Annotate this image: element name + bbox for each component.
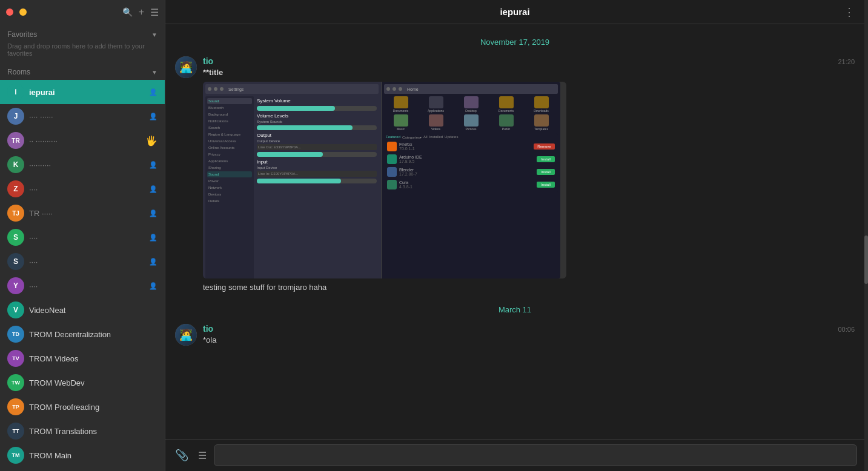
room-name: TROM Videos [29, 354, 157, 363]
sidebar-top-bar: 🔍 + ☰ [0, 0, 165, 24]
rooms-section: Rooms ▼ i iepurai 👤 J ···· ······ 👤 TR [0, 63, 165, 470]
room-name: ···· [29, 185, 144, 194]
room-name: TR ····· [29, 209, 144, 218]
rooms-label: Rooms [7, 68, 30, 76]
room-name: VideoNeat [29, 306, 157, 315]
message-row: 🧑‍💻 tio 00:06 *ola [175, 321, 855, 348]
room-name: TROM Decentralization [29, 330, 157, 339]
chat-messages: November 17, 2019 🧑‍💻 tio 21:20 **title [165, 24, 864, 439]
message-screenshot: Settings Sound Bluetooth Background Noti… [203, 82, 566, 278]
avatar: TV [7, 350, 24, 367]
scrollbar-track[interactable] [864, 0, 868, 471]
room-name: TROM WebDev [29, 378, 157, 387]
traffic-light-red[interactable] [6, 8, 13, 16]
sidebar-item-y[interactable]: Y ···· 👤 [0, 274, 165, 298]
attach-button[interactable]: 📎 [173, 446, 191, 464]
chat-input[interactable] [214, 444, 857, 466]
message-sender: tio [203, 324, 213, 334]
message-sender: tio [203, 56, 213, 66]
favorites-drag-hint: Drag and drop rooms here to add them to … [7, 40, 157, 61]
room-name: iepurai [29, 88, 144, 97]
room-name: ···· [29, 282, 144, 291]
room-name: TROM Main [29, 451, 157, 460]
avatar: TJ [7, 205, 24, 222]
avatar: TR [7, 132, 24, 149]
sidebar-item-tj[interactable]: TJ TR ····· 👤 [0, 201, 165, 225]
user-icon: 👤 [149, 113, 157, 120]
sidebar-item-tr1[interactable]: TR ·· ·········· 🖐 [0, 128, 165, 153]
rooms-chevron-icon: ▼ [151, 69, 157, 76]
user-icon: 👤 [149, 258, 157, 266]
sidebar-item-trom-webdev[interactable]: TW TROM WebDev [0, 371, 165, 395]
room-name: ·········· [29, 160, 144, 170]
room-name: ···· ······ [29, 112, 144, 121]
menu-icon[interactable]: ☰ [150, 7, 159, 18]
avatar: TD [7, 326, 24, 343]
scrollbar-thumb[interactable] [864, 236, 868, 284]
message-row: 🧑‍💻 tio 21:20 **title [175, 54, 855, 295]
user-icon: 👤 [149, 209, 157, 217]
sidebar-item-s1[interactable]: S ···· 👤 [0, 225, 165, 249]
sidebar-item-iepurai[interactable]: i iepurai 👤 [0, 80, 165, 104]
avatar: 🧑‍💻 [175, 56, 197, 78]
avatar: TP [7, 398, 24, 415]
date-divider-nov: November 17, 2019 [175, 30, 855, 51]
avatar: TT [7, 423, 24, 440]
avatar: S [7, 253, 24, 270]
user-icon: 👤 [149, 185, 157, 193]
search-icon[interactable]: 🔍 [122, 7, 133, 17]
avatar: Y [7, 277, 24, 294]
sidebar-item-trom-decentralization[interactable]: TD TROM Decentralization [0, 322, 165, 346]
room-name: TROM Proofreading [29, 403, 157, 412]
sidebar-item-trom-translations[interactable]: TT TROM Translations [0, 419, 165, 443]
favorites-header[interactable]: Favorites ▼ [7, 29, 157, 40]
chat-input-area: 📎 ☰ [165, 439, 864, 471]
sidebar-item-k[interactable]: K ·········· 👤 [0, 153, 165, 177]
avatar: TM [7, 447, 24, 464]
avatar: S [7, 229, 24, 246]
user-icon: 👤 [149, 161, 157, 169]
chevron-down-icon: ▼ [151, 31, 157, 38]
message-time: 21:20 [838, 58, 855, 65]
sidebar-item-trom-videos[interactable]: TV TROM Videos [0, 346, 165, 371]
room-name: TROM Translations [29, 427, 157, 436]
chat-title: iepurai [500, 7, 529, 17]
room-name: ···· [29, 233, 144, 242]
avatar: J [7, 108, 24, 125]
hand-icon: 🖐 [145, 135, 157, 147]
message-time: 00:06 [838, 326, 855, 333]
traffic-light-yellow[interactable] [19, 8, 27, 16]
favorites-section: Favorites ▼ Drag and drop rooms here to … [0, 24, 165, 63]
message-body: **title [203, 67, 855, 78]
favorites-label: Favorites [7, 30, 37, 39]
message-body: *ola [203, 335, 855, 346]
sidebar-item-trom-proofreading[interactable]: TP TROM Proofreading [0, 395, 165, 419]
room-name: ·· ·········· [29, 136, 141, 145]
chat-header: iepurai ⋮ [165, 0, 864, 24]
format-button[interactable]: ☰ [196, 447, 209, 464]
rooms-header[interactable]: Rooms ▼ [0, 67, 165, 80]
user-icon: 👤 [149, 88, 157, 96]
user-icon: 👤 [149, 282, 157, 290]
date-divider-march: March 11 [175, 298, 855, 319]
compose-icon[interactable]: + [139, 7, 144, 18]
sidebar-item-s2[interactable]: S ···· 👤 [0, 249, 165, 274]
main-chat: iepurai ⋮ November 17, 2019 🧑‍💻 tio 21:2… [165, 0, 864, 471]
avatar: V [7, 301, 24, 318]
user-icon: 👤 [149, 234, 157, 242]
room-name: ···· [29, 257, 144, 266]
sidebar: 🔍 + ☰ Favorites ▼ Drag and drop rooms he… [0, 0, 165, 471]
avatar: TW [7, 374, 24, 391]
sidebar-item-j[interactable]: J ···· ······ 👤 [0, 104, 165, 128]
avatar: Z [7, 180, 24, 197]
sidebar-item-z[interactable]: Z ···· 👤 [0, 177, 165, 201]
avatar: i [7, 84, 24, 100]
message-extra-text: testing some stuff for tromjaro haha [203, 282, 855, 293]
sidebar-item-trom-main[interactable]: TM TROM Main [0, 443, 165, 467]
more-options-button[interactable]: ⋮ [844, 5, 855, 19]
avatar: K [7, 156, 24, 173]
sidebar-item-videoneat[interactable]: V VideoNeat [0, 298, 165, 322]
avatar: 🧑‍💻 [175, 324, 197, 346]
